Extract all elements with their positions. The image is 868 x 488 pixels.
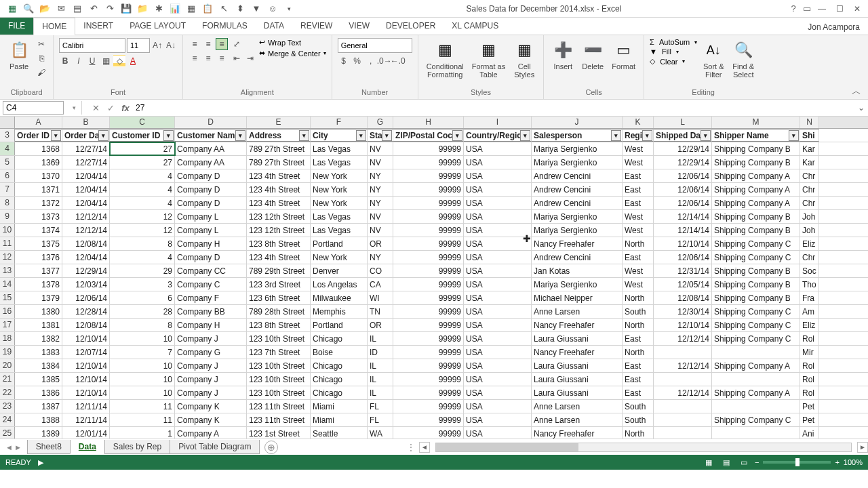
table-header[interactable]: Regic▾ — [623, 129, 654, 142]
cell[interactable]: Company C — [175, 278, 247, 291]
cell[interactable]: 99999 — [393, 237, 464, 250]
merge-center-button[interactable]: ⬌Merge & Center▾ — [259, 49, 326, 58]
cell[interactable]: 10 — [110, 373, 175, 386]
cell[interactable]: CO — [368, 264, 393, 277]
cell[interactable]: Pet — [800, 400, 819, 413]
cell[interactable]: 27 — [110, 142, 175, 155]
col-header-A[interactable]: A — [15, 117, 62, 128]
cell[interactable]: Shipping Company B — [712, 278, 800, 291]
sheet-tab-data[interactable]: Data — [70, 440, 105, 454]
col-header-M[interactable]: M — [712, 117, 800, 128]
cell[interactable]: 123 4th Street — [247, 183, 311, 196]
row-header[interactable]: 25 — [0, 427, 15, 439]
cell[interactable]: Milwaukee — [311, 291, 368, 304]
cell[interactable]: Nancy Freehafer — [532, 237, 623, 250]
cell[interactable] — [654, 373, 712, 386]
wrap-text-button[interactable]: ↩Wrap Text — [259, 38, 326, 47]
sheet-next-icon[interactable]: ► — [14, 443, 22, 451]
cell[interactable]: 123 11th Street — [247, 400, 311, 413]
cell[interactable]: 123 3rd Street — [247, 278, 311, 291]
cell[interactable]: North — [623, 291, 654, 304]
cell[interactable]: 99999 — [393, 332, 464, 345]
cell[interactable]: 1385 — [15, 373, 62, 386]
align-top-icon[interactable]: ≡ — [189, 38, 201, 50]
cell[interactable]: 123 10th Street — [247, 332, 311, 345]
font-size-input[interactable] — [127, 38, 150, 53]
cell[interactable]: Shipping Company A — [712, 197, 800, 209]
table-header[interactable]: Customer Nam▾ — [175, 129, 247, 142]
cell[interactable]: New York — [311, 251, 368, 264]
cell[interactable]: Jan Kotas — [532, 264, 623, 277]
table-header[interactable]: Shi — [800, 129, 819, 142]
cell[interactable]: 12/27/14 — [62, 156, 110, 169]
namebox-dropdown-icon[interactable]: ▾ — [66, 101, 81, 115]
pointer-icon[interactable]: ↖ — [218, 3, 229, 14]
cell[interactable]: Company J — [175, 359, 247, 372]
sort-icon[interactable]: ⬍ — [235, 3, 245, 14]
italic-icon[interactable]: I — [73, 55, 85, 67]
cell[interactable]: Company D — [175, 251, 247, 264]
cell[interactable]: 1368 — [15, 142, 62, 155]
cell[interactable]: OR — [368, 319, 393, 331]
col-header-K[interactable]: K — [623, 117, 654, 128]
cell[interactable]: Company L — [175, 210, 247, 223]
cell[interactable]: ID — [368, 346, 393, 359]
cell[interactable]: USA — [464, 346, 532, 359]
cell[interactable]: USA — [464, 156, 532, 169]
cell[interactable]: Company L — [175, 224, 247, 237]
zoom-in-icon[interactable]: + — [835, 458, 839, 466]
cell[interactable]: Mariya Sergienko — [532, 210, 623, 223]
filter-dropdown-icon[interactable]: ▾ — [611, 130, 621, 141]
cell[interactable]: 99999 — [393, 156, 464, 169]
filter-dropdown-icon[interactable]: ▾ — [789, 130, 799, 141]
cell[interactable]: NY — [368, 197, 393, 209]
table-header[interactable]: Order Da▾ — [62, 129, 110, 142]
col-header-I[interactable]: I — [464, 117, 532, 128]
cell[interactable]: West — [623, 224, 654, 237]
row-header[interactable]: 13 — [0, 264, 15, 277]
table-header[interactable]: Salesperson▾ — [532, 129, 623, 142]
fill-button[interactable]: ▼ Fill ▾ — [650, 47, 697, 56]
calc-icon[interactable]: ▦ — [186, 3, 197, 14]
cell[interactable]: IL — [368, 332, 393, 345]
cell[interactable]: Shipping Company C — [712, 319, 800, 331]
col-header-J[interactable]: J — [532, 117, 623, 128]
cell[interactable]: 12/06/14 — [654, 183, 712, 196]
cell[interactable]: Portland — [311, 319, 368, 331]
cell[interactable]: 12/04/14 — [62, 197, 110, 209]
cell[interactable]: West — [623, 264, 654, 277]
cell[interactable]: 4 — [110, 183, 175, 196]
cell[interactable]: Los Angelas — [311, 278, 368, 291]
cell[interactable]: 12/06/14 — [654, 251, 712, 264]
row-header[interactable]: 17 — [0, 319, 15, 331]
select-all-corner[interactable] — [0, 117, 15, 128]
cell[interactable]: Shipping Company C — [712, 332, 800, 345]
cell[interactable]: 123 4th Street — [247, 169, 311, 182]
cell[interactable]: 12/10/14 — [654, 319, 712, 331]
cell[interactable]: Company H — [175, 237, 247, 250]
cell[interactable]: 12/10/14 — [62, 359, 110, 372]
cell[interactable]: 12/27/14 — [62, 142, 110, 155]
cell[interactable]: South — [623, 400, 654, 413]
cell[interactable]: Mariya Sergienko — [532, 224, 623, 237]
cell[interactable]: Shipping Company C — [712, 305, 800, 318]
zoom-slider[interactable] — [763, 461, 831, 464]
cell[interactable]: TN — [368, 305, 393, 318]
cell[interactable] — [654, 400, 712, 413]
refresh-icon[interactable]: ✱ — [153, 3, 164, 14]
cell[interactable]: 12/29/14 — [62, 264, 110, 277]
zoom-level[interactable]: 100% — [844, 458, 863, 466]
cell[interactable]: 1378 — [15, 278, 62, 291]
cell[interactable]: East — [623, 386, 654, 399]
table-header[interactable]: Country/Regic▾ — [464, 129, 532, 142]
cell[interactable]: 1386 — [15, 386, 62, 399]
folder-icon[interactable]: 📁 — [137, 3, 148, 14]
cell[interactable]: USA — [464, 359, 532, 372]
col-header-C[interactable]: C — [110, 117, 175, 128]
cell[interactable]: Am — [800, 305, 819, 318]
cell[interactable]: Eliz — [800, 237, 819, 250]
cell[interactable]: 12/10/14 — [62, 373, 110, 386]
cell[interactable]: 123 12th Street — [247, 224, 311, 237]
row-header[interactable]: 11 — [0, 237, 15, 250]
qat-more-icon[interactable]: ▾ — [283, 3, 294, 14]
